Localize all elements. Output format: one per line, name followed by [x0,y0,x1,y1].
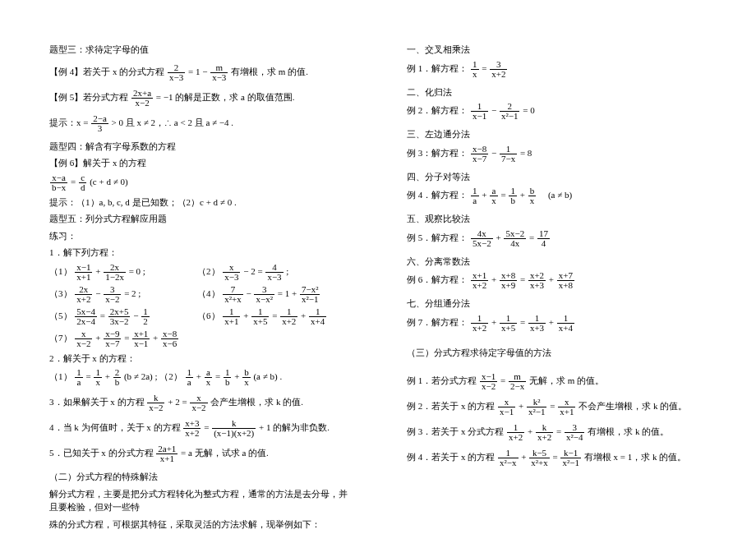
ex5-mid: = −1 的解是正数，求 a 的取值范围. [156,92,295,102]
method-3-title: 三、左边通分法 [407,127,707,141]
m3-f2: 17−x [500,145,517,163]
p5: 5．已知关于 x 的分式方程 2a+1x+1 = a 无解，试求 a 的值. [49,444,349,463]
p1-6-f1: 1x+1 [223,307,240,326]
p1-3: （3） 2xx+2 − 3x−2 = 2 ; [49,285,197,304]
m7-op1: + [491,317,499,327]
p1-1: （1） x−1x+1 + 2x1−2x = 0 ; [49,263,197,282]
p1-3-tail: = 2 ; [124,288,141,298]
m3-tail: = 8 [520,148,532,158]
p1-7-f4: x−8x−6 [161,329,178,348]
example-5: 【例 5】若分式方程 2x+ax−2 = −1 的解是正数，求 a 的取值范围. [49,89,349,108]
e3-suffix: 有增根，求 k 的值。 [588,426,669,436]
p1-7-op1: + [95,333,103,343]
p1-5-label: （5） [49,311,72,320]
e1-prefix: 例 1．若分式方程 [407,375,479,385]
page: 题型三：求待定字母的值 【例 4】若关于 x 的分式方程 2x−3 = 1 − … [0,0,756,534]
right-column: 一、交叉相乘法 例 1．解方程： 1x = 3x+2 二、化归法 例 2．解方程… [407,41,707,532]
method-6-title: 六、分离常数法 [407,255,707,269]
m5-prefix: 例 5．解方程： [407,232,468,242]
p1-3-f2: 3x−2 [104,285,121,304]
m1-prefix: 例 1．解方程： [407,63,468,73]
m7-prefix: 例 7．解方程： [407,317,468,327]
p1-2-f1: xx−3 [223,263,240,282]
method-4-title: 四、分子对等法 [407,170,707,184]
e3-op2: = [556,426,564,436]
m3-prefix: 例 3：解方程： [407,148,468,158]
p1-1-f2: 2x1−2x [104,263,126,282]
ex6-mid: = [71,177,78,186]
m4-f1: 1a [471,186,479,205]
right-ex2: 例 2．若关于 x 的方程 xx−1 + k²x²−1 = xx+1 不会产生增… [407,398,707,417]
hint-1: 提示：x = 2−a3 > 0 且 x ≠ 2，∴ a < 2 且 a ≠ −4… [49,114,349,133]
p1-5-op2: − [133,311,141,320]
e4-op1: + [521,452,528,462]
right-ex1: 例 1．若分式方程 x−1x−2 = m2−x 无解，求 m 的值。 [407,372,707,391]
p4-f2: k(x−1)(x+2) [212,419,256,438]
p1-4: （4） 7x²+x − 3x−x² = 1 + 7−x²x²−1 [197,285,349,304]
ex4-suffix: 有增根，求 m 的值. [231,67,308,76]
m5-f3: 174 [537,229,550,248]
sec2-para-2: 殊的分式方程，可根据其特征，采取灵活的方法求解，现举例如下： [49,518,349,532]
e4-op2: = [553,452,560,462]
sec3-title: （三）分式方程求待定字母值的方法 [407,346,707,360]
m6-op3: + [549,274,556,284]
p2-1-f1: 1a [75,368,83,387]
section-title-4: 题型四：解含有字母系数的方程 [49,140,349,154]
p2-1-op1: = [86,371,94,381]
m1-f2: 3x+2 [490,60,507,79]
practice-label: 练习： [49,229,349,243]
p2-1-label: （1） [49,371,72,381]
p3-mid: + 2 = [168,397,189,407]
p1-title: 1．解下列方程： [49,246,349,260]
m4-op3: + [520,190,528,200]
hint-frac: 2−a3 [91,114,108,133]
p1-6-op3: + [301,311,308,320]
p1-7-op3: + [153,333,160,343]
p3-suffix: 会产生增根，求 k 的值. [210,397,303,407]
e4-suffix: 有增根 x = 1，求 k 的值。 [584,452,686,462]
e2-f3: xx+1 [558,398,575,417]
sec2-para-1: 解分式方程，主要是把分式方程转化为整式方程，通常的方法是去分母，并且要检验，但对… [49,487,349,514]
ex4-prefix: 【例 4】若关于 x 的分式方程 [49,67,167,76]
p1-3-op1: − [95,288,103,298]
p1-5: （5） 5x−42x−4 = 2x+53x−2 − 12 [49,307,197,326]
p1-1-op1: + [95,266,103,276]
ex5-frac1: 2x+ax−2 [131,89,153,108]
p1-6-f2: 1x+5 [251,307,269,326]
e1-f2: m2−x [509,372,526,391]
p1-2-tail: ; [286,266,288,276]
p2-2-op3: + [234,371,242,381]
section-title-3: 题型三：求待定字母的值 [49,43,349,57]
p2-2-op1: + [196,371,204,381]
p4: 4．当 k 为何值时，关于 x 的方程 x+3x+2 = k(x−1)(x+2)… [49,419,349,438]
p1-6-op2: = [272,311,279,320]
p5-f1: 2a+1x+1 [156,444,177,463]
p2-2-f2: ax [205,368,213,387]
p1-7: （7） xx−2 + x−9x−7 = x+1x−1 + x−8x−6 [49,329,349,348]
e2-prefix: 例 2．若关于 x 的方程 [407,401,497,411]
p1-6-f4: 1x+4 [309,307,326,326]
p2-1-f2: 1x [94,368,102,387]
method-7-eq: 例 7．解方程： 1x+2 + 1x+5 = 1x+3 + 1x+4 [407,314,707,333]
m4-op2: = [500,190,508,200]
e4-prefix: 例 4．若关于 x 的方程 [407,452,497,462]
method-7-title: 七、分组通分法 [407,297,707,311]
m2-prefix: 例 2．解方程： [407,105,468,115]
p1-6-op1: + [243,311,251,320]
p2-row: （1） 1a = 1x + 2b (b ≠ 2a) ; （2） 1a + ax … [49,368,349,387]
p3-f1: kx−2 [147,394,164,412]
p1-6-label: （6） [197,311,220,320]
p1-6: （6） 1x+1 + 1x+5 = 1x+2 + 1x+4 [197,307,349,326]
m7-f2: 1x+5 [500,314,517,333]
left-column: 题型三：求待定字母的值 【例 4】若关于 x 的分式方程 2x−3 = 1 − … [49,41,349,532]
m6-f2: x+8x+9 [500,271,517,290]
p3-prefix: 3．如果解关于 x 的方程 [49,397,146,407]
ex6-frac2: cd [79,173,87,192]
e3-f1: 1x+2 [507,423,524,442]
m4-f4: bx [528,186,537,205]
p2-title: 2．解关于 x 的方程： [49,352,349,366]
p1-2: （2） xx−3 − 2 = 4x−3 ; [197,263,349,282]
m4-f2: ax [490,186,498,205]
e2-f2: k²x²−1 [527,398,547,417]
p1-5-f1: 5x−42x−4 [75,307,97,326]
